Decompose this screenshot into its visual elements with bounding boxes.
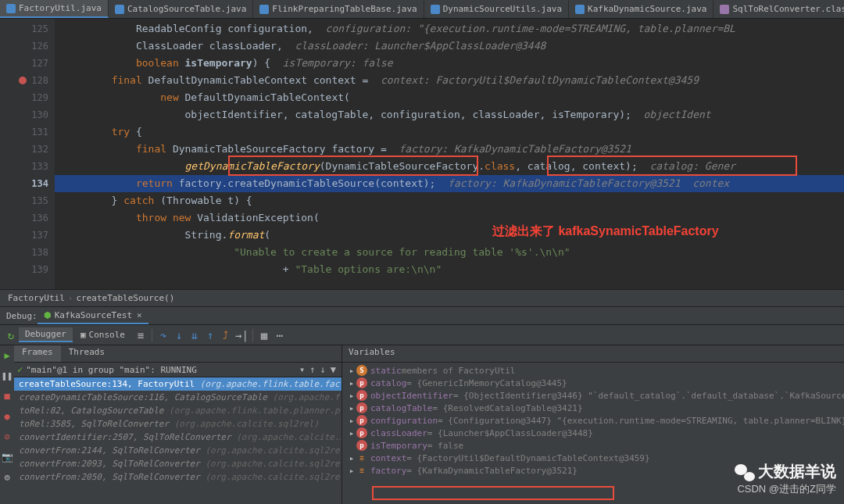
tab-sqltorelconverter-class[interactable]: SqlToRelConverter.class — [713, 0, 844, 18]
mute-breakpoints-icon[interactable]: ⊘ — [0, 430, 14, 444]
debugger-tab[interactable]: Debugger — [19, 327, 73, 342]
expand-icon[interactable]: ▸ — [347, 453, 356, 463]
stack-frame[interactable]: createDynamicTableSource:116, CatalogSou… — [14, 391, 342, 404]
line-number[interactable]: 126 — [0, 38, 48, 55]
line-number[interactable]: 138 — [0, 244, 48, 261]
code-line[interactable]: return factory.createDynamicTableSource(… — [55, 175, 844, 192]
threads-tab[interactable]: Threads — [61, 345, 113, 362]
filter-icon[interactable]: ▼ — [331, 364, 336, 375]
code-line[interactable]: try { — [55, 123, 844, 141]
line-number[interactable]: 132 — [0, 141, 48, 158]
breakpoint-icon[interactable] — [19, 77, 27, 84]
stop-icon[interactable]: ■ — [0, 389, 14, 403]
variable-row[interactable]: ▸pconfiguration = {Configuration@3447} "… — [345, 414, 844, 427]
editor-tabs: FactoryUtil.javaCatalogSourceTable.javaF… — [0, 0, 844, 19]
camera-icon[interactable]: 📷 — [0, 450, 14, 464]
force-step-into-icon[interactable]: ⇊ — [188, 329, 201, 341]
crumb-method[interactable]: createTableSource() — [76, 293, 174, 303]
tab-kafkadynamicsource-java[interactable]: KafkaDynamicSource.java — [569, 0, 713, 18]
pause-icon[interactable]: ❚❚ — [0, 369, 14, 383]
line-number[interactable]: 130 — [0, 106, 48, 123]
code-line[interactable]: String.format( — [55, 227, 844, 244]
console-tab[interactable]: ▣ Console — [74, 328, 131, 341]
tab-catalogsourcetable-java[interactable]: CatalogSourceTable.java — [109, 0, 253, 18]
step-over-icon[interactable]: ↷ — [157, 329, 170, 341]
expand-icon[interactable]: ▸ — [347, 403, 356, 413]
view-breakpoints-icon[interactable]: ● — [0, 409, 14, 424]
close-icon[interactable]: × — [137, 310, 142, 320]
code-line[interactable]: } catch (Throwable t) { — [55, 192, 844, 209]
prev-frame-icon[interactable]: ↑ — [309, 364, 315, 375]
expand-icon[interactable]: ▸ — [347, 416, 356, 426]
line-number[interactable]: 139 — [0, 261, 48, 278]
code-line[interactable]: final DynamicTableSourceFactory factory … — [55, 141, 844, 158]
line-number[interactable]: 127 — [0, 55, 48, 72]
variable-row[interactable]: ▸pclassLoader = {Launcher$AppClassLoader… — [345, 427, 844, 439]
code-line[interactable]: ClassLoader classLoader, classLoader: La… — [55, 38, 844, 55]
expand-icon[interactable]: ▸ — [347, 391, 356, 401]
console-icon: ▣ — [80, 330, 86, 340]
code-line[interactable]: new DefaultDynamicTableContext( — [55, 89, 844, 106]
variable-row[interactable]: ▸pcatalog = {GenericInMemoryCatalog@3445… — [345, 377, 844, 389]
variable-row[interactable]: ▸pobjectIdentifier = {ObjectIdentifier@3… — [345, 389, 844, 402]
resume-icon[interactable]: ▶ — [0, 349, 14, 363]
drop-frame-icon[interactable]: ⤴ — [220, 329, 232, 341]
code-line[interactable]: throw new ValidationException( — [55, 209, 844, 227]
crumb-class[interactable]: FactoryUtil — [8, 293, 65, 303]
stack-frame[interactable]: convertIdentifier:2507, SqlToRelConverte… — [14, 431, 342, 444]
run-to-cursor-icon[interactable]: →| — [235, 329, 248, 341]
expand-icon[interactable]: ▸ — [347, 466, 356, 476]
next-frame-icon[interactable]: ↓ — [320, 364, 326, 375]
stack-frame[interactable]: toRel:3585, SqlToRelConverter (org.apach… — [14, 417, 342, 431]
frames-tab[interactable]: Frames — [14, 345, 61, 362]
line-number[interactable]: 134 — [0, 175, 48, 192]
expand-icon[interactable]: ▸ — [347, 366, 356, 376]
variable-row[interactable]: ▸pcatalogTable = {ResolvedCatalogTable@3… — [345, 402, 844, 414]
debug-config-tab[interactable]: ⬢ KafkaSourceTest × — [38, 307, 148, 324]
line-number[interactable]: 131 — [0, 123, 48, 141]
line-number[interactable]: 128 — [0, 72, 48, 89]
line-number[interactable]: 136 — [0, 209, 48, 227]
code-line[interactable]: "Unable to create a source for reading t… — [55, 244, 844, 261]
thread-selector[interactable]: ✓ "main"@1 in group "main": RUNNING ▾ ↑ … — [14, 363, 342, 377]
stack-frame[interactable]: convertFrom:2144, SqlToRelConverter (org… — [14, 444, 342, 457]
java-file-icon — [575, 5, 585, 14]
dropdown-icon[interactable]: ▾ — [299, 364, 305, 375]
variable-row[interactable]: pisTemporary = false — [345, 439, 844, 452]
stack-frame[interactable]: convertFrom:2093, SqlToRelConverter (org… — [14, 457, 342, 470]
more-tabs-icon[interactable]: ≡ — [134, 329, 147, 341]
code-line[interactable]: final DefaultDynamicTableContext context… — [55, 72, 844, 89]
code-line[interactable]: ReadableConfig configuration, configurat… — [55, 20, 844, 38]
evaluate-icon[interactable]: ▦ — [258, 329, 270, 341]
debug-label: Debug: — [6, 311, 38, 321]
line-number[interactable]: 133 — [0, 158, 48, 175]
line-number[interactable]: 137 — [0, 227, 48, 244]
code-line[interactable]: getDynamicTableFactory(DynamicTableSourc… — [55, 158, 844, 175]
code-line[interactable]: objectIdentifier, catalogTable, configur… — [55, 106, 844, 123]
class-file-icon — [720, 5, 729, 14]
line-number[interactable]: 135 — [0, 192, 48, 209]
tab-factoryutil-java[interactable]: FactoryUtil.java — [0, 0, 109, 18]
code-line[interactable]: boolean isTemporary) { isTemporary: fals… — [55, 55, 844, 72]
stack-frame[interactable]: createTableSource:134, FactoryUtil (org.… — [14, 377, 342, 391]
expand-icon[interactable]: ▸ — [347, 378, 356, 388]
stack-frame[interactable]: convertFrom:2050, SqlToRelConverter (org… — [14, 470, 342, 484]
line-number[interactable]: 125 — [0, 20, 48, 38]
stack-frame[interactable]: toRel:82, CatalogSourceTable (org.apache… — [14, 404, 342, 417]
code-area[interactable]: ReadableConfig configuration, configurat… — [55, 19, 844, 289]
expand-icon[interactable]: ▸ — [347, 428, 356, 438]
rerun-icon[interactable]: ↻ — [5, 329, 17, 341]
param-icon: p — [356, 415, 367, 426]
trace-icon[interactable]: ⋯ — [274, 329, 286, 341]
variable-row[interactable]: ▸Sstatic members of FactoryUtil — [345, 364, 844, 377]
tab-flinkpreparingtablebase-java[interactable]: FlinkPreparingTableBase.java — [253, 0, 424, 18]
step-out-icon[interactable]: ↑ — [204, 329, 216, 341]
line-number[interactable]: 129 — [0, 89, 48, 106]
tab-dynamicsourceutils-java[interactable]: DynamicSourceUtils.java — [424, 0, 569, 18]
step-into-icon[interactable]: ↓ — [173, 329, 185, 341]
code-line[interactable]: + "Table options are:\n\n" — [55, 261, 844, 278]
thread-name: "main"@1 in group "main": RUNNING — [26, 365, 297, 375]
settings-icon[interactable]: ⚙ — [0, 470, 14, 484]
java-file-icon — [115, 5, 124, 14]
param-icon: p — [356, 390, 367, 401]
